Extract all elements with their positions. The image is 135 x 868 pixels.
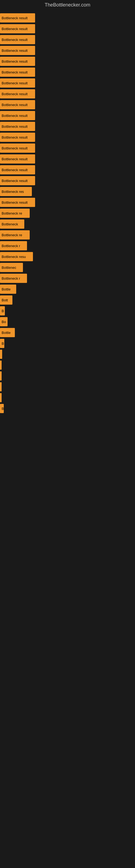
bar-row: Bott — [0, 295, 135, 305]
bar-row: Bottle — [0, 328, 135, 338]
bar-row — [0, 382, 135, 392]
bar-row: Bottleneck result — [0, 143, 135, 153]
bottleneck-bar[interactable]: Bottle — [0, 328, 15, 337]
bar-label: Bottleneck result — [2, 38, 28, 42]
bottleneck-bar[interactable]: Bottleneck result — [0, 13, 35, 23]
bar-label: Bottle — [2, 287, 10, 291]
bar-label: Bottleneck resu — [2, 255, 26, 259]
bar-row: Bottleneck result — [0, 111, 135, 121]
bottleneck-bar[interactable]: Bottleneck result — [0, 176, 35, 185]
bottleneck-bar[interactable] — [0, 361, 2, 370]
bar-label: Bottleneck result — [2, 49, 28, 53]
bar-row: Bottleneck res — [0, 186, 135, 197]
bar-row: Bottle — [0, 284, 135, 294]
bottleneck-bar[interactable] — [0, 393, 2, 402]
bar-label: Bottlenec — [2, 266, 16, 270]
bottleneck-bar[interactable] — [0, 350, 2, 359]
bar-label: B — [2, 407, 4, 411]
bottleneck-bar[interactable]: Bottleneck result — [0, 35, 35, 44]
bar-label: Bottleneck result — [2, 103, 28, 107]
bottleneck-bar[interactable]: Bottle — [0, 284, 16, 294]
bottleneck-bar[interactable]: Bottleneck resu — [0, 252, 33, 261]
bar-label: Bottle — [2, 331, 10, 335]
bar-row: Bottleneck result — [0, 67, 135, 77]
site-title: TheBottlenecker.com — [0, 0, 135, 10]
bottleneck-bar[interactable]: Bottleneck result — [0, 24, 35, 33]
bar-row: Bottleneck r — [0, 273, 135, 283]
bottleneck-bar[interactable]: Bottleneck — [0, 219, 24, 229]
bar-label: Bottleneck result — [2, 135, 28, 140]
bar-row: Bottleneck result — [0, 78, 135, 88]
bar-label: B — [2, 309, 4, 313]
bar-row: Bottleneck result — [0, 13, 135, 23]
bar-row: Bottleneck resu — [0, 251, 135, 262]
bar-label: Bottleneck result — [2, 92, 28, 96]
bottleneck-bar[interactable]: Bottleneck result — [0, 57, 35, 66]
bottleneck-bar[interactable]: B — [0, 306, 5, 315]
bottleneck-bar[interactable]: Bottleneck result — [0, 67, 35, 77]
bar-row: Bo — [0, 316, 135, 327]
bottleneck-bar[interactable]: Bottleneck result — [0, 100, 35, 109]
bar-label: Bottleneck result — [2, 16, 28, 20]
bar-row: Bottleneck r — [0, 241, 135, 251]
bar-row: B — [0, 306, 135, 316]
bar-row: Bottleneck result — [0, 197, 135, 208]
bar-label: Bottleneck re — [2, 233, 22, 237]
bottleneck-bar[interactable]: Bottleneck result — [0, 46, 35, 55]
bar-label: Bottleneck result — [2, 157, 28, 161]
bottleneck-bar[interactable]: Bottleneck result — [0, 165, 35, 175]
bar-row — [0, 360, 135, 370]
bar-label: Bottleneck result — [2, 114, 28, 118]
bar-label: Bottleneck re — [2, 211, 22, 215]
bottleneck-bar[interactable]: Bottleneck result — [0, 133, 35, 142]
bar-label: Bottleneck result — [2, 27, 28, 31]
bottleneck-bar[interactable]: Bottleneck r — [0, 274, 27, 283]
bar-label: Bottleneck result — [2, 70, 28, 74]
bottleneck-bar[interactable]: Bottleneck result — [0, 198, 35, 207]
bottleneck-bar[interactable]: B — [0, 404, 4, 413]
bar-label: Bottleneck result — [2, 124, 28, 129]
bottleneck-bar[interactable]: Bottleneck res — [0, 187, 32, 196]
bar-label: Bottleneck result — [2, 179, 28, 183]
bar-row: Bottleneck result — [0, 121, 135, 131]
bar-row: B — [0, 338, 135, 348]
bottleneck-bar[interactable]: Bottleneck result — [0, 79, 35, 88]
bar-label: Bottleneck result — [2, 59, 28, 63]
bottleneck-bar[interactable]: Bottleneck re — [0, 209, 30, 218]
bar-label: Bottleneck result — [2, 146, 28, 150]
bar-row: Bottleneck result — [0, 132, 135, 143]
bar-label: Bott — [2, 298, 8, 302]
bottleneck-bar[interactable] — [0, 382, 2, 392]
bar-row — [0, 349, 135, 360]
bottleneck-bar[interactable]: Bottleneck result — [0, 122, 35, 131]
bottleneck-bar[interactable]: B — [0, 339, 4, 348]
bar-row: Bottleneck result — [0, 176, 135, 186]
bar-label: Bottleneck result — [2, 168, 28, 172]
bars-container: Bottleneck resultBottleneck resultBottle… — [0, 10, 135, 417]
bar-row: Bottleneck result — [0, 56, 135, 66]
bar-row: Bottleneck re — [0, 208, 135, 218]
bar-row: Bottleneck result — [0, 165, 135, 175]
bar-row: Bottlenec — [0, 262, 135, 273]
bar-label: Bottleneck r — [2, 276, 20, 280]
bar-row — [0, 393, 135, 403]
bar-row — [0, 371, 135, 381]
bottleneck-bar[interactable]: Bottleneck re — [0, 230, 30, 240]
bottleneck-bar[interactable] — [0, 371, 2, 380]
bar-label: Bottleneck r — [2, 244, 20, 248]
bar-label: Bottleneck result — [2, 200, 28, 205]
bottleneck-bar[interactable]: Bottleneck result — [0, 154, 35, 163]
bottleneck-bar[interactable]: Bo — [0, 317, 8, 326]
bar-row: Bottleneck — [0, 219, 135, 229]
bottleneck-bar[interactable]: Bott — [0, 296, 12, 305]
bar-row: Bottleneck result — [0, 24, 135, 34]
bottleneck-bar[interactable]: Bottleneck result — [0, 89, 35, 98]
bar-label: Bottleneck res — [2, 190, 24, 194]
bar-label: Bottleneck result — [2, 81, 28, 85]
bottleneck-bar[interactable]: Bottleneck result — [0, 111, 35, 120]
bottleneck-bar[interactable]: Bottleneck r — [0, 241, 27, 250]
bar-row: B — [0, 403, 135, 414]
bottleneck-bar[interactable]: Bottlenec — [0, 263, 23, 272]
bottleneck-bar[interactable]: Bottleneck result — [0, 144, 35, 153]
bar-label: B — [2, 341, 4, 346]
